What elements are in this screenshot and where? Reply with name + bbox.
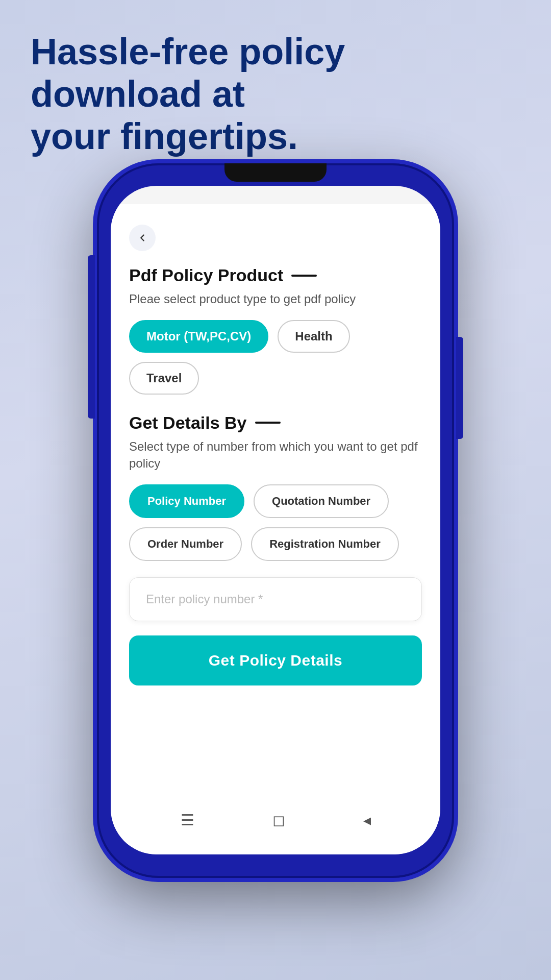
chip-quotation-number[interactable]: Quotation Number: [254, 484, 389, 518]
back-button[interactable]: [129, 225, 156, 251]
get-details-title: Get Details By: [129, 413, 247, 433]
get-details-description: Select type of number from which you wan…: [129, 438, 422, 472]
pdf-policy-title: Pdf Policy Product: [129, 265, 283, 285]
nav-back-icon[interactable]: ◂: [363, 811, 371, 829]
policy-number-input[interactable]: [129, 577, 422, 621]
phone-screen: Pdf Policy Product Pleae select product …: [111, 186, 440, 854]
chip-registration-number[interactable]: Registration Number: [251, 527, 399, 561]
back-row: [129, 225, 422, 251]
phone-shell: Pdf Policy Product Pleae select product …: [97, 163, 454, 878]
get-policy-details-button[interactable]: Get Policy Details: [129, 635, 422, 685]
headline-line2: your fingertips.: [31, 116, 298, 157]
pdf-policy-section-header: Pdf Policy Product: [129, 265, 422, 285]
chip-motor[interactable]: Motor (TW,PC,CV): [129, 320, 268, 353]
product-chips-row: Motor (TW,PC,CV) Health Travel: [129, 320, 422, 395]
chip-order-number[interactable]: Order Number: [129, 527, 242, 561]
pdf-policy-title-line: [291, 275, 317, 277]
get-details-title-line: [255, 422, 281, 424]
bottom-nav: ☰ ◻ ◂: [111, 799, 440, 840]
page-headline: Hassle-free policy download at your fing…: [31, 31, 520, 157]
phone-notch: [224, 163, 327, 182]
chip-travel[interactable]: Travel: [129, 362, 199, 395]
chip-policy-number[interactable]: Policy Number: [129, 484, 244, 518]
screen-content: Pdf Policy Product Pleae select product …: [111, 204, 440, 854]
nav-menu-icon[interactable]: ☰: [181, 811, 194, 829]
pdf-policy-description: Pleae select product type to get pdf pol…: [129, 290, 422, 308]
headline-line1: Hassle-free policy download at: [31, 31, 345, 114]
chip-health[interactable]: Health: [278, 320, 349, 353]
detail-chips-row: Policy Number Quotation Number Order Num…: [129, 484, 422, 561]
get-details-section-header: Get Details By: [129, 413, 422, 433]
nav-home-icon[interactable]: ◻: [272, 811, 285, 829]
